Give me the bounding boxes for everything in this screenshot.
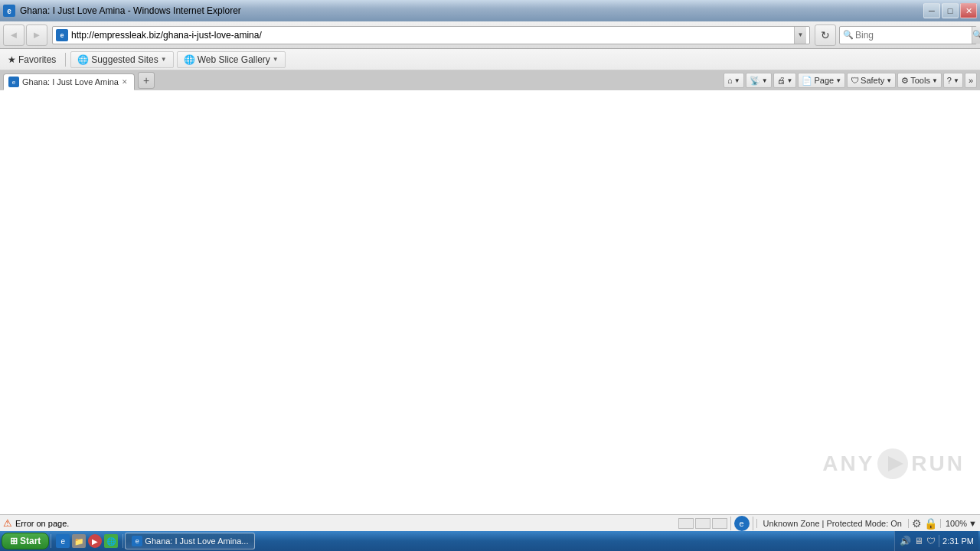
tab-close-button[interactable]: ✕ bbox=[122, 78, 128, 86]
refresh-stop-button[interactable]: ↻ bbox=[815, 24, 836, 46]
home-icon: ⌂ bbox=[727, 76, 733, 85]
status-bar: ⚠ Error on page. e Unknown Zone | Protec… bbox=[0, 514, 980, 531]
maximize-button[interactable]: □ bbox=[942, 3, 959, 18]
status-shield-icon: 🔒 bbox=[924, 517, 937, 530]
status-segment-3 bbox=[712, 518, 727, 529]
taskbar-item-label: Ghana: I Just Love Amina... bbox=[145, 536, 248, 546]
windows-icon: ⊞ bbox=[10, 536, 18, 546]
address-input[interactable] bbox=[71, 30, 794, 41]
help-button[interactable]: ? ▼ bbox=[943, 73, 963, 88]
system-tray: 🔊 🖥 🛡 2:31 PM bbox=[894, 531, 978, 551]
start-label: Start bbox=[20, 536, 41, 546]
ie-quicklaunch-icon[interactable]: e bbox=[56, 534, 70, 548]
tray-divider bbox=[939, 535, 939, 547]
forward-button[interactable]: ► bbox=[26, 24, 47, 46]
status-segment-1 bbox=[678, 518, 694, 529]
new-tab-button[interactable]: + bbox=[138, 72, 155, 89]
status-error-icon: ⚠ bbox=[3, 517, 12, 529]
window-title: Ghana: I Just Love Amina - Windows Inter… bbox=[20, 5, 923, 16]
watermark-play-icon bbox=[876, 447, 910, 481]
page-icon: 📄 bbox=[802, 76, 812, 86]
tray-speaker-icon[interactable]: 🔊 bbox=[900, 536, 911, 546]
zoom-label: 100% bbox=[946, 519, 967, 528]
status-ie-icon: e bbox=[734, 516, 750, 531]
folder-quicklaunch-icon[interactable]: 📁 bbox=[72, 534, 86, 548]
star-icon: ★ bbox=[8, 54, 16, 65]
back-button[interactable]: ◄ bbox=[3, 24, 24, 46]
address-bar: e ▼ bbox=[52, 26, 810, 44]
taskbar-divider-2 bbox=[122, 534, 123, 548]
search-input[interactable] bbox=[855, 30, 970, 41]
tools-arrow: ▼ bbox=[932, 77, 938, 84]
taskbar-item-icon: e bbox=[132, 536, 142, 546]
media-quicklaunch-icon[interactable]: ▶ bbox=[88, 534, 102, 548]
address-dropdown-arrow[interactable]: ▼ bbox=[794, 27, 806, 44]
page-label: Page bbox=[814, 76, 834, 85]
feeds-icon: 📡 bbox=[750, 76, 760, 86]
safety-label: Safety bbox=[861, 76, 884, 85]
favorites-divider bbox=[65, 53, 66, 67]
favorites-bar: ★ Favorites 🌐 Suggested Sites ▼ 🌐 Web Sl… bbox=[0, 49, 980, 70]
taskbar: ⊞ Start e 📁 ▶ 🌐 e Ghana: I Just Love Ami… bbox=[0, 531, 980, 551]
help-icon: ? bbox=[947, 76, 952, 85]
status-zone: Unknown Zone | Protected Mode: On bbox=[756, 519, 909, 528]
suggested-sites-icon: 🌐 bbox=[77, 54, 89, 65]
clock: 2:31 PM bbox=[942, 536, 974, 546]
page-button[interactable]: 📄 Page ▼ bbox=[798, 73, 845, 88]
watermark-sub-text: RUN bbox=[911, 452, 965, 476]
favorites-button[interactable]: ★ Favorites bbox=[3, 53, 60, 67]
minimize-button[interactable]: ─ bbox=[923, 3, 940, 18]
safety-arrow: ▼ bbox=[886, 77, 892, 84]
title-bar: e Ghana: I Just Love Amina - Windows Int… bbox=[0, 0, 980, 21]
tab-bar: e Ghana: I Just Love Amina ✕ + ⌂ ▼ 📡 ▼ 🖨… bbox=[0, 70, 980, 90]
search-icon: 🔍 bbox=[843, 30, 854, 40]
print-icon: 🖨 bbox=[777, 76, 786, 85]
search-go-button[interactable]: 🔍 bbox=[972, 27, 980, 44]
page-arrow: ▼ bbox=[835, 77, 841, 84]
web-slice-label: Web Slice Gallery bbox=[198, 54, 270, 65]
quick-launch: e 📁 ▶ 🌐 bbox=[53, 534, 121, 548]
expand-icon: » bbox=[969, 76, 973, 85]
status-settings-icon[interactable]: ⚙ bbox=[912, 517, 922, 530]
tray-network-icon[interactable]: 🖥 bbox=[914, 536, 923, 546]
print-button[interactable]: 🖨 ▼ bbox=[773, 73, 797, 88]
browser-icon: e bbox=[3, 5, 15, 17]
status-right-icons: ⚙ 🔒 bbox=[912, 517, 937, 530]
status-segment-2 bbox=[695, 518, 710, 529]
status-divider-1 bbox=[730, 517, 731, 530]
taskbar-ie-item[interactable]: e Ghana: I Just Love Amina... bbox=[125, 533, 255, 549]
web-slice-gallery-button[interactable]: 🌐 Web Slice Gallery ▼ bbox=[177, 51, 286, 68]
tab-ghana[interactable]: e Ghana: I Just Love Amina ✕ bbox=[3, 73, 135, 90]
status-text: Error on page. bbox=[15, 519, 675, 528]
web-slice-arrow: ▼ bbox=[273, 56, 279, 63]
browser-content: ANY RUN bbox=[0, 90, 980, 496]
tray-security-icon[interactable]: 🛡 bbox=[926, 536, 936, 546]
suggested-sites-label: Suggested Sites bbox=[91, 54, 158, 65]
tab-label: Ghana: I Just Love Amina bbox=[22, 77, 119, 86]
taskbar-divider bbox=[51, 534, 51, 548]
tab-favicon: e bbox=[8, 77, 19, 87]
home-button[interactable]: ⌂ ▼ bbox=[724, 73, 744, 88]
safety-button[interactable]: 🛡 Safety ▼ bbox=[847, 73, 896, 88]
home-arrow: ▼ bbox=[734, 77, 740, 84]
watermark: ANY RUN bbox=[822, 447, 965, 481]
help-arrow: ▼ bbox=[953, 77, 959, 84]
feeds-arrow: ▼ bbox=[762, 77, 768, 84]
search-bar: 🔍 🔍 bbox=[839, 26, 977, 44]
window-controls: ─ □ ✕ bbox=[923, 3, 977, 18]
tools-button[interactable]: ⚙ Tools ▼ bbox=[897, 73, 942, 88]
toolbar-right: ⌂ ▼ 📡 ▼ 🖨 ▼ 📄 Page ▼ 🛡 Safety ▼ ⚙ Tools … bbox=[724, 70, 977, 90]
extra-quicklaunch-icon[interactable]: 🌐 bbox=[104, 534, 118, 548]
suggested-sites-arrow: ▼ bbox=[161, 56, 167, 63]
start-button[interactable]: ⊞ Start bbox=[2, 533, 49, 549]
suggested-sites-button[interactable]: 🌐 Suggested Sites ▼ bbox=[70, 51, 173, 68]
watermark-text: ANY bbox=[822, 452, 874, 476]
feeds-button[interactable]: 📡 ▼ bbox=[746, 73, 772, 88]
status-progress-area bbox=[678, 518, 727, 529]
expand-button[interactable]: » bbox=[965, 73, 977, 88]
zoom-control[interactable]: 100% ▼ bbox=[940, 519, 977, 528]
close-button[interactable]: ✕ bbox=[960, 3, 977, 18]
web-slice-icon: 🌐 bbox=[184, 54, 195, 65]
status-divider-2 bbox=[753, 517, 753, 530]
tools-icon: ⚙ bbox=[901, 76, 909, 86]
